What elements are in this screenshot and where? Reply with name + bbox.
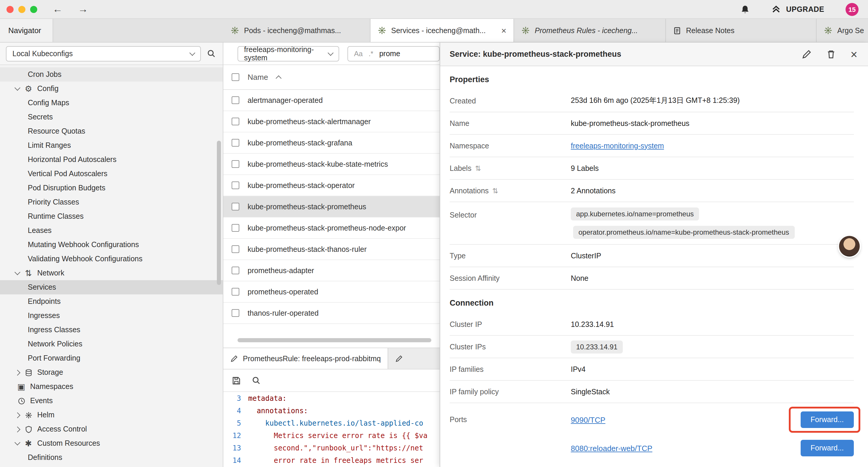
sidebar-item-config[interactable]: ⚙ Config: [0, 82, 223, 96]
avatar[interactable]: [839, 236, 860, 257]
port-link[interactable]: 8080:reloader-web/TCP: [571, 444, 652, 453]
sidebar-scrollbar[interactable]: [217, 141, 221, 285]
sort-ascending-icon[interactable]: [275, 76, 281, 81]
back-button[interactable]: ←: [53, 3, 63, 15]
namespace-select[interactable]: freeleaps-monitoring-system: [238, 46, 339, 61]
expand-toggle-icon[interactable]: ⇅: [475, 164, 481, 172]
row-checkbox[interactable]: [231, 96, 239, 104]
sidebar-item-network-policies[interactable]: Network Policies: [0, 337, 223, 351]
sidebar-item-ingress-classes[interactable]: Ingress Classes: [0, 323, 223, 337]
tab-pods[interactable]: Pods - icecheng@mathmas...: [223, 19, 370, 42]
port-link[interactable]: 9090/TCP: [571, 415, 606, 424]
chevron-right-icon: [14, 370, 20, 375]
sidebar-item-limit-ranges[interactable]: Limit Ranges: [0, 138, 223, 152]
sidebar-item-label: Helm: [37, 411, 54, 419]
sidebar-item-cron-jobs[interactable]: Cron Jobs: [0, 67, 223, 82]
service-row[interactable]: kube-prometheus-stack-alertmanager: [223, 111, 440, 133]
sidebar-item-mutating-webhook-configurations[interactable]: Mutating Webhook Configurations: [0, 238, 223, 252]
sidebar-item-storage[interactable]: Storage: [0, 365, 223, 380]
regex-toggle[interactable]: .*: [369, 49, 373, 58]
sidebar-item-validating-webhook-configurations[interactable]: Validating Webhook Configurations: [0, 252, 223, 266]
sidebar-item-port-forwarding[interactable]: Port Forwarding: [0, 351, 223, 365]
namespace-link[interactable]: freeleaps-monitoring-system: [571, 142, 664, 150]
sidebar-item-helm[interactable]: Helm: [0, 408, 223, 422]
service-row[interactable]: prometheus-operated: [223, 282, 440, 303]
upgrade-button[interactable]: UPGRADE: [771, 4, 824, 14]
sidebar-item-runtime-classes[interactable]: Runtime Classes: [0, 209, 223, 224]
tab-services[interactable]: Services - icecheng@math... ×: [370, 19, 514, 42]
gear-icon: ⚙: [24, 84, 33, 93]
sidebar-item-definitions[interactable]: Definitions: [0, 450, 223, 465]
match-case-toggle[interactable]: Aa: [354, 49, 363, 58]
sidebar-item-label: Namespaces: [30, 382, 73, 391]
tab-label: Argo Se: [837, 26, 864, 35]
filter-input[interactable]: Aa .* prome: [347, 46, 440, 61]
tab-argo[interactable]: Argo Se: [816, 19, 868, 42]
editor-search-icon[interactable]: [252, 376, 260, 385]
service-row[interactable]: kube-prometheus-stack-kube-state-metrics: [223, 154, 440, 175]
dock-tab-prometheusrule[interactable]: PrometheusRule: freeleaps-prod-rabbitmq: [223, 348, 389, 369]
row-checkbox[interactable]: [231, 160, 239, 168]
yaml-editor[interactable]: 3metadata: 4 annotations: 5 kubectl.kube…: [223, 392, 440, 467]
row-checkbox[interactable]: [231, 309, 239, 317]
notifications-bell-icon[interactable]: [741, 4, 750, 14]
sidebar-item-pod-disruption-budgets[interactable]: Pod Disruption Budgets: [0, 181, 223, 195]
service-row[interactable]: alertmanager-operated: [223, 90, 440, 111]
sidebar-item-resource-quotas[interactable]: Resource Quotas: [0, 124, 223, 138]
sidebar-item-horizontal-pod-autoscalers[interactable]: Horizontal Pod Autoscalers: [0, 152, 223, 167]
sidebar-search-icon[interactable]: [207, 49, 216, 58]
row-checkbox[interactable]: [231, 203, 239, 210]
row-checkbox[interactable]: [231, 118, 239, 125]
tab-prometheus-rules[interactable]: Prometheus Rules - icecheng...: [514, 19, 666, 42]
maximize-window-button[interactable]: [30, 6, 37, 13]
row-checkbox[interactable]: [231, 224, 239, 232]
sidebar-item-priority-classes[interactable]: Priority Classes: [0, 195, 223, 209]
save-icon[interactable]: [231, 376, 241, 385]
sidebar-item-access-control[interactable]: Access Control: [0, 422, 223, 436]
row-checkbox[interactable]: [231, 181, 239, 189]
row-checkbox[interactable]: [231, 245, 239, 253]
forward-port-button[interactable]: Forward...: [800, 411, 854, 428]
minimize-window-button[interactable]: [18, 6, 25, 13]
notification-count-badge[interactable]: 15: [845, 3, 859, 16]
annotations-row: Annotations⇅ 2 Annotations: [450, 180, 854, 202]
kubeconfig-select[interactable]: Local Kubeconfigs: [6, 46, 201, 61]
sidebar-item-network[interactable]: ⇅ Network: [0, 266, 223, 280]
sidebar-item-ingresses[interactable]: Ingresses: [0, 309, 223, 323]
service-row[interactable]: kube-prometheus-stack-thanos-ruler: [223, 239, 440, 260]
kubeconfig-select-value: Local Kubeconfigs: [12, 49, 73, 58]
close-window-button[interactable]: [6, 6, 13, 13]
forward-button[interactable]: →: [78, 3, 88, 15]
sidebar-item-namespaces[interactable]: ▣ Namespaces: [0, 380, 223, 394]
edit-pencil-icon[interactable]: [802, 49, 812, 59]
sidebar-item-leases[interactable]: Leases: [0, 224, 223, 238]
row-checkbox[interactable]: [231, 267, 239, 274]
dock-tab-partial[interactable]: [389, 348, 416, 369]
row-checkbox[interactable]: [231, 288, 239, 296]
service-row-selected[interactable]: kube-prometheus-stack-prometheus: [223, 196, 440, 217]
service-row[interactable]: kube-prometheus-stack-operator: [223, 175, 440, 196]
trash-icon[interactable]: [826, 49, 836, 59]
forward-port-button[interactable]: Forward...: [800, 440, 854, 456]
sidebar-item-services[interactable]: Services: [0, 280, 223, 294]
ip-family-policy-label: IP family policy: [450, 387, 571, 396]
sidebar-item-secrets[interactable]: Secrets: [0, 110, 223, 124]
service-row[interactable]: thanos-ruler-operated: [223, 303, 440, 324]
service-row[interactable]: kube-prometheus-stack-grafana: [223, 133, 440, 154]
tab-close-icon[interactable]: ×: [501, 26, 506, 35]
horizontal-scrollbar[interactable]: [238, 338, 431, 342]
name-column-header[interactable]: Name: [248, 73, 268, 82]
sidebar-item-custom-resources[interactable]: ✱ Custom Resources: [0, 436, 223, 450]
sidebar-item-config-maps[interactable]: Config Maps: [0, 96, 223, 110]
selector-badge: operator.prometheus.io/name=kube-prometh…: [573, 226, 795, 239]
expand-toggle-icon[interactable]: ⇅: [492, 186, 498, 195]
sidebar-item-vertical-pod-autoscalers[interactable]: Vertical Pod Autoscalers: [0, 167, 223, 181]
row-checkbox[interactable]: [231, 139, 239, 147]
sidebar-item-endpoints[interactable]: Endpoints: [0, 294, 223, 309]
close-icon[interactable]: ×: [850, 48, 857, 60]
service-row[interactable]: prometheus-adapter: [223, 260, 440, 282]
sidebar-item-events[interactable]: Events: [0, 394, 223, 408]
service-row[interactable]: kube-prometheus-stack-prometheus-node-ex…: [223, 217, 440, 239]
select-all-checkbox[interactable]: [231, 73, 239, 81]
tab-release-notes[interactable]: Release Notes: [666, 19, 816, 42]
